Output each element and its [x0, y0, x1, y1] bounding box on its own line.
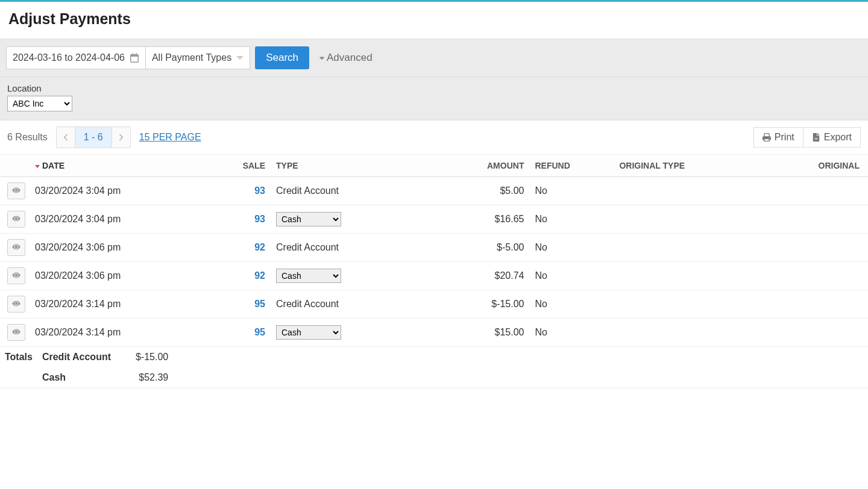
cell-date: 03/20/2024 3:06 pm: [30, 234, 235, 262]
cell-date: 03/20/2024 3:04 pm: [30, 177, 235, 205]
pager-prev-button[interactable]: [57, 127, 75, 148]
date-range-input[interactable]: 2024-03-16 to 2024-04-06: [6, 46, 146, 69]
pager: 1 - 6: [56, 126, 131, 148]
view-row-button[interactable]: [7, 211, 25, 228]
cell-date: 03/20/2024 3:14 pm: [30, 290, 235, 319]
sale-link[interactable]: 93: [254, 185, 265, 196]
totals-section: TotalsCredit Account$-15.00Cash$52.39: [0, 347, 868, 388]
results-bar: 6 Results 1 - 6 15 PER PAGE Print Export: [0, 120, 868, 155]
cell-original: [753, 290, 868, 319]
type-select[interactable]: Cash: [276, 269, 341, 283]
sale-link[interactable]: 93: [254, 214, 265, 224]
totals-label: [0, 367, 37, 388]
sale-link[interactable]: 95: [254, 327, 265, 337]
type-text: Credit Account: [276, 299, 339, 309]
col-header-sale[interactable]: SALE: [235, 155, 271, 177]
cell-original-type: [614, 319, 753, 347]
export-button[interactable]: Export: [804, 127, 861, 148]
cell-original: [753, 262, 868, 290]
view-row-button[interactable]: [7, 267, 25, 284]
col-header-type[interactable]: TYPE: [271, 155, 482, 177]
sale-link[interactable]: 92: [254, 270, 265, 281]
date-range-value: 2024-03-16 to 2024-04-06: [13, 52, 125, 63]
col-header-original[interactable]: ORIGINAL: [753, 155, 868, 177]
cell-refund: No: [530, 234, 614, 262]
type-text: Credit Account: [276, 185, 339, 196]
col-header-view: [0, 155, 30, 177]
cell-amount: $15.00: [482, 319, 530, 347]
col-header-date[interactable]: DATE: [30, 155, 235, 177]
view-row-button[interactable]: [7, 296, 25, 313]
cell-original-type: [614, 290, 753, 319]
results-count: 6 Results: [7, 132, 48, 143]
cell-date: 03/20/2024 3:14 pm: [30, 319, 235, 347]
cell-type: Cash: [271, 205, 482, 234]
location-bar: Location ABC Inc: [0, 77, 868, 120]
eye-icon: [11, 300, 21, 309]
col-header-date-label: DATE: [42, 161, 64, 170]
cell-type: Cash: [271, 319, 482, 347]
cell-refund: No: [530, 177, 614, 205]
col-header-original-type[interactable]: ORIGINAL TYPE: [614, 155, 753, 177]
view-row-button[interactable]: [7, 239, 25, 256]
export-icon: [812, 133, 820, 142]
view-row-button[interactable]: [7, 324, 25, 341]
totals-row: Cash$52.39: [0, 367, 868, 388]
sale-link[interactable]: 92: [254, 242, 265, 252]
eye-icon: [11, 328, 21, 337]
cell-original: [753, 319, 868, 347]
cell-amount: $16.65: [482, 205, 530, 234]
per-page-link[interactable]: 15 PER PAGE: [139, 132, 201, 143]
cell-type: Credit Account: [271, 234, 482, 262]
calendar-icon: [130, 53, 139, 63]
advanced-toggle[interactable]: Advanced: [318, 52, 373, 64]
cell-amount: $20.74: [482, 262, 530, 290]
chevron-left-icon: [63, 134, 69, 141]
cell-type: Cash: [271, 262, 482, 290]
table-row: 03/20/2024 3:14 pm95Credit Account$-15.0…: [0, 290, 868, 319]
totals-type: Cash: [37, 367, 131, 388]
totals-label: Totals: [0, 347, 37, 367]
print-icon: [763, 133, 771, 142]
location-label: Location: [7, 83, 861, 93]
table-row: 03/20/2024 3:14 pm95Cash$15.00No: [0, 319, 868, 347]
cell-original: [753, 234, 868, 262]
col-header-refund[interactable]: REFUND: [530, 155, 614, 177]
table-row: 03/20/2024 3:04 pm93Cash$16.65No: [0, 205, 868, 234]
payment-type-select[interactable]: All Payment Types: [146, 46, 250, 69]
totals-row: TotalsCredit Account$-15.00: [0, 347, 868, 367]
cell-original-type: [614, 205, 753, 234]
payments-table: DATE SALE TYPE AMOUNT REFUND ORIGINAL TY…: [0, 155, 868, 347]
cell-original: [753, 205, 868, 234]
col-header-amount[interactable]: AMOUNT: [482, 155, 530, 177]
totals-type: Credit Account: [37, 347, 131, 367]
print-button[interactable]: Print: [753, 127, 804, 148]
cell-original: [753, 177, 868, 205]
cell-refund: No: [530, 319, 614, 347]
filter-bar: 2024-03-16 to 2024-04-06 All Payment Typ…: [0, 39, 868, 77]
table-row: 03/20/2024 3:04 pm93Credit Account$5.00N…: [0, 177, 868, 205]
chevron-right-icon: [118, 134, 124, 141]
pager-current-range: 1 - 6: [75, 127, 112, 148]
type-select[interactable]: Cash: [276, 212, 341, 226]
view-row-button[interactable]: [7, 182, 25, 199]
table-row: 03/20/2024 3:06 pm92Credit Account$-5.00…: [0, 234, 868, 262]
chevron-down-icon: [318, 54, 326, 61]
eye-icon: [11, 187, 21, 196]
pager-next-button[interactable]: [112, 127, 130, 148]
type-select[interactable]: Cash: [276, 325, 341, 340]
print-label: Print: [775, 132, 794, 143]
search-button[interactable]: Search: [255, 46, 309, 69]
cell-refund: No: [530, 262, 614, 290]
cell-refund: No: [530, 290, 614, 319]
totals-amount: $52.39: [131, 367, 180, 388]
cell-original-type: [614, 262, 753, 290]
eye-icon: [11, 215, 21, 224]
cell-date: 03/20/2024 3:06 pm: [30, 262, 235, 290]
location-select[interactable]: ABC Inc: [7, 96, 72, 111]
export-label: Export: [824, 132, 852, 143]
cell-amount: $-5.00: [482, 234, 530, 262]
sale-link[interactable]: 95: [254, 299, 265, 309]
page-title: Adjust Payments: [0, 2, 868, 39]
cell-original-type: [614, 177, 753, 205]
